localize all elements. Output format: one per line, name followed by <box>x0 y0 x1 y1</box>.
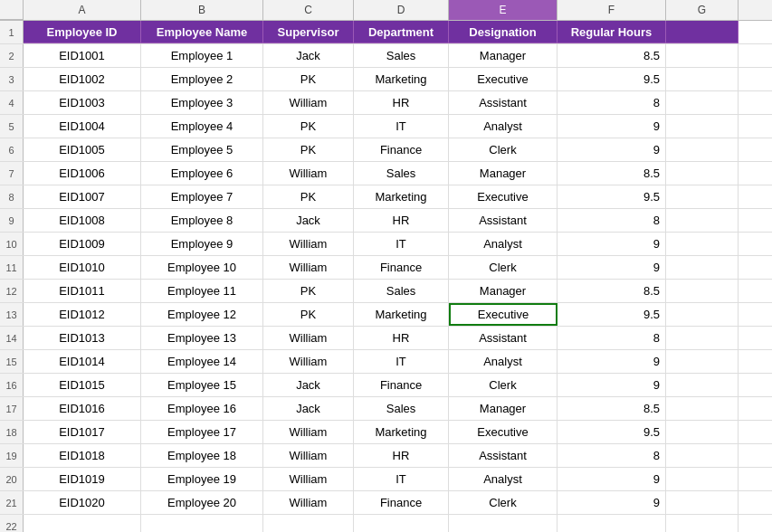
cell-supervisor[interactable]: William <box>263 491 354 514</box>
table-row[interactable]: 7EID1006Employee 6WilliamSalesManager8.5 <box>0 162 772 185</box>
cell-supervisor[interactable]: PK <box>263 303 354 326</box>
table-row[interactable]: 14EID1013Employee 13WilliamHRAssistant8 <box>0 327 772 350</box>
cell-employee-name[interactable]: Employee 20 <box>141 491 263 514</box>
table-row[interactable]: 15EID1014Employee 14WilliamITAnalyst9 <box>0 350 772 374</box>
col-letter-f[interactable]: F <box>558 0 666 20</box>
cell-employee-id[interactable]: EID1014 <box>24 350 141 373</box>
header-designation[interactable]: Designation <box>449 21 558 43</box>
cell-employee-name[interactable]: Employee 19 <box>141 468 263 490</box>
cell-supervisor[interactable]: Jack <box>263 397 354 420</box>
cell-department[interactable]: IT <box>354 350 449 373</box>
cell-employee-name[interactable]: Employee 10 <box>141 256 263 279</box>
cell-designation[interactable]: Clerk <box>449 374 558 396</box>
table-row[interactable]: 3EID1002Employee 2PKMarketingExecutive9.… <box>0 68 772 91</box>
cell-designation[interactable]: Executive <box>449 421 558 443</box>
cell-designation[interactable]: Manager <box>449 44 558 67</box>
cell-regular-hours[interactable]: 9 <box>558 233 666 255</box>
cell-regular-hours[interactable]: 9.5 <box>558 303 666 326</box>
table-row[interactable]: 8EID1007Employee 7PKMarketingExecutive9.… <box>0 185 772 209</box>
col-letter-b[interactable]: B <box>141 0 263 20</box>
table-row[interactable]: 2EID1001Employee 1JackSalesManager8.5 <box>0 44 772 68</box>
cell-regular-hours[interactable]: 9 <box>558 256 666 279</box>
cell-employee-name[interactable]: Employee 2 <box>141 68 263 90</box>
header-employee-id[interactable]: Employee ID <box>24 21 141 43</box>
cell-department[interactable]: Sales <box>354 162 449 185</box>
table-row[interactable]: 11EID1010Employee 10WilliamFinanceClerk9 <box>0 256 772 280</box>
cell-supervisor[interactable]: PK <box>263 138 354 161</box>
header-supervisor[interactable]: Supervisor <box>263 21 354 43</box>
col-letter-c[interactable]: C <box>263 0 354 20</box>
cell-employee-id[interactable]: EID1020 <box>24 491 141 514</box>
cell-supervisor[interactable]: PK <box>263 185 354 208</box>
table-row[interactable]: 21EID1020Employee 20WilliamFinanceClerk9 <box>0 491 772 515</box>
cell-employee-name[interactable]: Employee 7 <box>141 185 263 208</box>
cell-regular-hours[interactable]: 8.5 <box>558 280 666 302</box>
cell-employee-id[interactable]: EID1002 <box>24 68 141 90</box>
cell-supervisor[interactable]: William <box>263 327 354 349</box>
cell-employee-name[interactable]: Employee 8 <box>141 209 263 232</box>
table-row[interactable]: 9EID1008Employee 8JackHRAssistant8 <box>0 209 772 233</box>
table-row[interactable]: 6EID1005Employee 5PKFinanceClerk9 <box>0 138 772 162</box>
cell-designation[interactable]: Executive <box>449 68 558 90</box>
cell-employee-name[interactable]: Employee 12 <box>141 303 263 326</box>
cell-designation[interactable]: Assistant <box>449 91 558 114</box>
cell-department[interactable]: IT <box>354 468 449 490</box>
col-letter-g[interactable]: G <box>666 0 739 20</box>
col-letter-d[interactable]: D <box>354 0 449 20</box>
cell-supervisor[interactable]: William <box>263 91 354 114</box>
cell-employee-name[interactable]: Employee 13 <box>141 327 263 349</box>
cell-designation[interactable]: Clerk <box>449 138 558 161</box>
cell-designation[interactable]: Executive <box>449 303 558 326</box>
cell-department[interactable]: Sales <box>354 280 449 302</box>
cell-employee-name[interactable]: Employee 11 <box>141 280 263 302</box>
cell-regular-hours[interactable]: 9.5 <box>558 68 666 90</box>
table-row[interactable]: 4EID1003Employee 3WilliamHRAssistant8 <box>0 91 772 115</box>
cell-supervisor[interactable]: William <box>263 256 354 279</box>
cell-designation[interactable]: Clerk <box>449 491 558 514</box>
cell-supervisor[interactable]: Jack <box>263 44 354 67</box>
table-row[interactable]: 10EID1009Employee 9WilliamITAnalyst9 <box>0 233 772 256</box>
cell-employee-name[interactable]: Employee 15 <box>141 374 263 396</box>
cell-designation[interactable]: Analyst <box>449 115 558 138</box>
table-row[interactable]: 20EID1019Employee 19WilliamITAnalyst9 <box>0 468 772 491</box>
cell-supervisor[interactable]: PK <box>263 280 354 302</box>
cell-regular-hours[interactable]: 8.5 <box>558 162 666 185</box>
table-row[interactable]: 19EID1018Employee 18WilliamHRAssistant8 <box>0 444 772 468</box>
cell-department[interactable]: HR <box>354 327 449 349</box>
cell-employee-id[interactable]: EID1012 <box>24 303 141 326</box>
cell-employee-id[interactable] <box>24 515 141 532</box>
cell-employee-name[interactable]: Employee 16 <box>141 397 263 420</box>
cell-designation[interactable]: Manager <box>449 280 558 302</box>
cell-regular-hours[interactable]: 8 <box>558 91 666 114</box>
cell-department[interactable]: Sales <box>354 397 449 420</box>
cell-department[interactable]: Finance <box>354 256 449 279</box>
cell-supervisor[interactable]: PK <box>263 68 354 90</box>
cell-department[interactable]: Marketing <box>354 303 449 326</box>
cell-supervisor[interactable]: Jack <box>263 374 354 396</box>
cell-employee-id[interactable]: EID1004 <box>24 115 141 138</box>
cell-department[interactable]: Finance <box>354 138 449 161</box>
cell-employee-id[interactable]: EID1017 <box>24 421 141 443</box>
cell-employee-name[interactable]: Employee 3 <box>141 91 263 114</box>
cell-designation[interactable]: Analyst <box>449 233 558 255</box>
cell-employee-name[interactable]: Employee 1 <box>141 44 263 67</box>
cell-employee-id[interactable]: EID1011 <box>24 280 141 302</box>
cell-department[interactable]: Marketing <box>354 185 449 208</box>
header-employee-name[interactable]: Employee Name <box>141 21 263 43</box>
cell-regular-hours[interactable]: 8 <box>558 444 666 467</box>
table-row[interactable]: 16EID1015Employee 15JackFinanceClerk9 <box>0 374 772 397</box>
cell-department[interactable]: HR <box>354 209 449 232</box>
table-row[interactable]: 18EID1017Employee 17WilliamMarketingExec… <box>0 421 772 444</box>
cell-designation[interactable]: Clerk <box>449 256 558 279</box>
cell-department[interactable]: IT <box>354 233 449 255</box>
cell-regular-hours[interactable]: 8.5 <box>558 397 666 420</box>
cell-regular-hours[interactable]: 9 <box>558 115 666 138</box>
cell-employee-id[interactable]: EID1001 <box>24 44 141 67</box>
cell-employee-name[interactable]: Employee 4 <box>141 115 263 138</box>
cell-supervisor[interactable]: William <box>263 444 354 467</box>
cell-department[interactable]: Finance <box>354 491 449 514</box>
cell-supervisor[interactable]: William <box>263 421 354 443</box>
table-row[interactable]: 22 <box>0 515 772 532</box>
header-regular-hours[interactable]: Regular Hours <box>558 21 666 43</box>
cell-regular-hours[interactable]: 9.5 <box>558 421 666 443</box>
